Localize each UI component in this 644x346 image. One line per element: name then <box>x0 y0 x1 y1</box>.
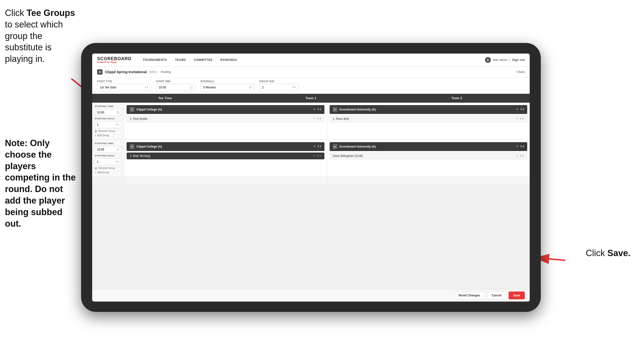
avatar: B <box>485 57 491 63</box>
team-badge-1-1: C <box>130 107 134 112</box>
save-button[interactable]: Save <box>508 292 525 299</box>
team-x-1-2[interactable]: ✕ <box>314 145 316 148</box>
logo-powered: Powered by clippd <box>97 61 132 63</box>
group-row-3-partial <box>92 177 530 184</box>
team-chevron-1-1[interactable]: ⬆⬇ <box>317 108 322 111</box>
col-tee-time: Tee Time <box>92 94 238 103</box>
team-controls-1-2: ✕ ⬆⬇ <box>314 145 322 148</box>
player-arrows-2-1[interactable]: ⬆⬇ <box>520 117 524 120</box>
team-chevron-2-1[interactable]: ⬆⬇ <box>520 108 524 111</box>
team-badge-2-2: S <box>332 144 338 149</box>
add-group-1[interactable]: + Add Group <box>95 134 122 137</box>
starting-hole-label-1: STARTING HOLE: <box>95 117 122 120</box>
instruction-bottom: Note: Only choose the players competing … <box>5 137 76 229</box>
nav-right: B blair admin | Sign out <box>485 53 525 67</box>
nav-separator: | <box>509 58 510 62</box>
add-icon-2: + <box>95 171 96 174</box>
group-left-1: STARTING TIME: 10:00 🕐 STARTING HOLE: 1 … <box>92 103 124 139</box>
player-name-2-1: 1. Rees Britt <box>333 117 516 121</box>
nav-rankings[interactable]: RANKINGS <box>216 53 241 67</box>
logo-scoreboard: SCOREBOARD <box>97 56 132 61</box>
add-group-2[interactable]: + Add Group <box>95 171 122 174</box>
group-row-2: STARTING TIME: 10:05 🕐 STARTING HOLE: 1 … <box>92 140 530 177</box>
time-clock-2: 🕐 <box>116 148 119 151</box>
top-nav: SCOREBOARD Powered by clippd TOURNAMENTS… <box>92 53 530 67</box>
group-team2-3 <box>327 177 530 184</box>
remove-group-2[interactable]: 🗑 Remove Group <box>95 167 122 170</box>
player-x-1-1[interactable]: ✕ <box>313 117 315 120</box>
nav-committee[interactable]: COMMITTEE <box>190 53 216 67</box>
instruction-top: Click Tee Groups to select which group t… <box>5 7 76 65</box>
form-group-start-type: Start Type 1st Tee Start ⬆⬇ <box>97 80 151 91</box>
group-team1-2: C Clippd College (A) ✕ ⬆⬇ 2. Blair McHar… <box>124 140 327 177</box>
starting-time-input-1[interactable]: 10:00 🕐 <box>95 109 122 116</box>
player-x-1-2[interactable]: ✕ <box>313 154 315 157</box>
team-x-2-1[interactable]: ✕ <box>516 108 518 111</box>
starting-time-input-2[interactable]: 10:05 🕐 <box>95 146 122 153</box>
player-name-2-2: Dave Billingham (SUB) <box>333 154 516 158</box>
table-header: Tee Time Team 1 Team 2 <box>92 94 530 103</box>
intervals-label: Intervals <box>200 80 254 83</box>
starting-hole-input-2[interactable]: 1 ⬆⬇ <box>95 158 122 165</box>
group-team1-3 <box>124 177 327 184</box>
form-row: Start Type 1st Tee Start ⬆⬇ Start Time 1… <box>92 78 530 94</box>
player-row-1-2-highlighted[interactable]: 2. Blair McHarg ✕ ⬆⬇ <box>126 152 324 159</box>
nav-tournaments[interactable]: TOURNAMENTS <box>139 53 171 67</box>
tablet-frame: SCOREBOARD Powered by clippd TOURNAMENTS… <box>81 43 541 312</box>
cancel-button[interactable]: Cancel <box>487 292 506 299</box>
player-arrows-1-2[interactable]: ⬆⬇ <box>317 154 321 157</box>
player-arrows-1-1[interactable]: ⬆⬇ <box>317 117 321 120</box>
sub-header: B Clippd Spring Invitational (Men) Hosti… <box>92 67 530 78</box>
player-arrows-2-2[interactable]: ⬆⬇ <box>520 154 524 157</box>
team-card-2-1[interactable]: S Scoreboard University (A) ✕ ⬆⬇ <box>330 105 528 114</box>
player-row-2-1[interactable]: 1. Rees Britt ✕ ⬆⬇ <box>330 115 528 122</box>
team-chevron-1-2[interactable]: ⬆⬇ <box>317 145 322 148</box>
team-name-1-1: Clippd College (A) <box>136 108 312 111</box>
group-size-input[interactable]: 2 ⬆⬇ <box>259 84 299 91</box>
start-type-spinner: ⬆⬇ <box>144 86 148 89</box>
sub-hosting: Hosting <box>161 70 171 74</box>
sub-header-left: B Clippd Spring Invitational (Men) Hosti… <box>97 69 516 75</box>
team-x-1-1[interactable]: ✕ <box>314 108 316 111</box>
team-card-1-2[interactable]: C Clippd College (A) ✕ ⬆⬇ <box>126 142 324 151</box>
team-controls-2-1: ✕ ⬆⬇ <box>516 108 524 111</box>
player-name-1-2: 2. Blair McHarg <box>130 154 313 158</box>
team-chevron-2-2[interactable]: ⬆⬇ <box>520 145 524 148</box>
remove-icon-1: 🗑 <box>95 130 97 133</box>
team-x-2-2[interactable]: ✕ <box>516 145 518 148</box>
main-content: STARTING TIME: 10:00 🕐 STARTING HOLE: 1 … <box>92 103 530 289</box>
form-group-intervals: Intervals 5 Minutes 🕐 <box>200 80 254 91</box>
col-team1: Team 1 <box>238 94 384 103</box>
team-badge-1-2: C <box>130 144 134 149</box>
start-type-input[interactable]: 1st Tee Start ⬆⬇ <box>97 84 151 91</box>
remove-group-1[interactable]: 🗑 Remove Group <box>95 130 122 133</box>
start-time-input[interactable]: 10:00 🕐 <box>156 84 196 91</box>
team-controls-2-2: ✕ ⬆⬇ <box>516 145 524 148</box>
player-row-2-2[interactable]: Dave Billingham (SUB) ✕ ⬆⬇ <box>330 152 528 159</box>
form-group-start-time: Start Time 10:00 🕐 <box>156 80 196 91</box>
hole-spinner-2: ⬆⬇ <box>115 160 119 163</box>
logo-area: SCOREBOARD Powered by clippd <box>97 56 132 63</box>
team-card-2-2[interactable]: S Scoreboard University (A) ✕ ⬆⬇ <box>330 142 528 151</box>
instruction-save: Click Save. <box>586 248 630 258</box>
starting-time-label-2: STARTING TIME: <box>95 142 122 145</box>
nav-teams[interactable]: TEAMS <box>171 53 190 67</box>
player-x-2-1[interactable]: ✕ <box>516 117 518 120</box>
team-controls-1-1: ✕ ⬆⬇ <box>314 108 322 111</box>
instruction-save-bold: Save. <box>608 248 630 258</box>
team-card-1-1[interactable]: C Clippd College (A) ✕ ⬆⬇ <box>126 105 324 114</box>
intervals-input[interactable]: 5 Minutes 🕐 <box>200 84 254 91</box>
player-row-1-1[interactable]: 1. Rich Butler ✕ ⬆⬇ <box>126 115 324 122</box>
player-name-1-1: 1. Rich Butler <box>130 117 313 121</box>
group-left-2: STARTING TIME: 10:05 🕐 STARTING HOLE: 1 … <box>92 140 124 177</box>
instruction-note-bold: Note: Only choose the players competing … <box>5 138 76 229</box>
reset-button[interactable]: Reset Changes <box>454 292 485 299</box>
player-x-2-2[interactable]: ✕ <box>516 154 518 157</box>
sign-out-link[interactable]: Sign out <box>512 53 525 67</box>
back-button[interactable]: < Back <box>516 70 525 74</box>
sub-title: Clippd Spring Invitational <box>105 70 147 74</box>
remove-icon-2: 🗑 <box>95 167 97 170</box>
starting-hole-input-1[interactable]: 1 ⬆⬇ <box>95 121 122 128</box>
player-controls-2-2: ✕ ⬆⬇ <box>516 154 524 157</box>
nav-username: blair admin <box>493 58 507 62</box>
